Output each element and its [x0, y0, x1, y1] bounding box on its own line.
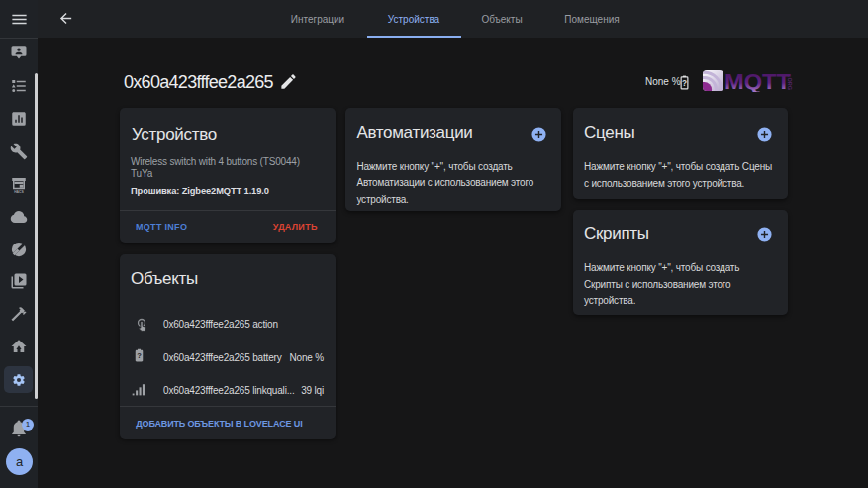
svg-text:MQTT: MQTT	[724, 69, 791, 92]
svg-text:?: ?	[137, 351, 142, 360]
svg-text:?: ?	[682, 79, 687, 88]
svg-text:HACS: HACS	[14, 190, 24, 193]
svg-text:.ORG: .ORG	[787, 76, 793, 90]
